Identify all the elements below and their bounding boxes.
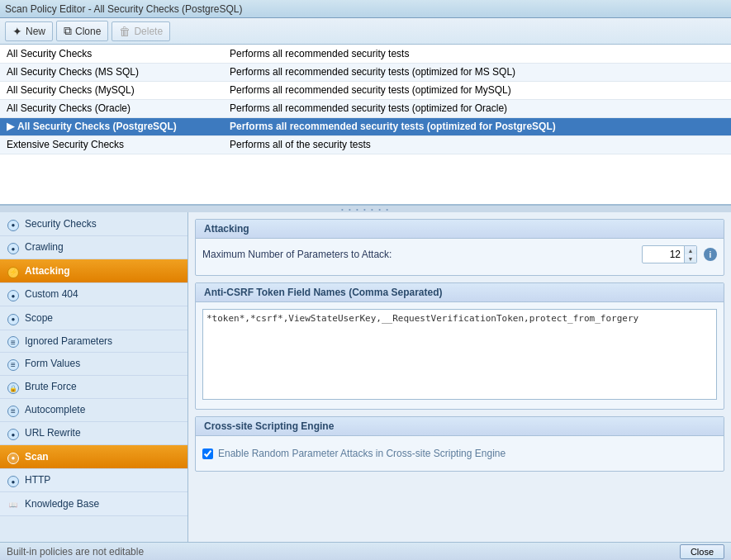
content-panel: Attacking Maximum Number of Parameters t… — [188, 212, 731, 542]
table-row[interactable]: All Security ChecksPerforms all recommen… — [0, 45, 731, 63]
sidebar-item-label-custom-404: Custom 404 — [25, 288, 78, 300]
sidebar-item-security-checks[interactable]: ●Security Checks — [0, 212, 187, 236]
policy-desc-cell: Performs all recommended security tests … — [223, 99, 731, 117]
max-params-row: Maximum Number of Parameters to Attack: … — [202, 245, 717, 263]
policy-name-cell: All Security Checks (Oracle) — [0, 99, 223, 117]
sidebar-item-url-rewrite[interactable]: ●URL Rewrite — [0, 422, 187, 446]
form-values-icon: ≡ — [7, 357, 20, 371]
sidebar-item-ignored-parameters[interactable]: ≡Ignored Parameters — [0, 330, 187, 354]
attacking-section-body: Maximum Number of Parameters to Attack: … — [196, 239, 724, 275]
max-params-label: Maximum Number of Parameters to Attack: — [202, 249, 392, 260]
sidebar-item-label-attacking: Attacking — [25, 265, 70, 277]
section-divider: • • • • • • • — [0, 206, 731, 212]
sidebar-item-scan[interactable]: ●Scan — [0, 445, 187, 469]
table-row[interactable]: Extensive Security ChecksPerforms all of… — [0, 135, 731, 154]
xss-section-header: Cross-site Scripting Engine — [196, 417, 724, 436]
policy-name-cell: All Security Checks (MS SQL) — [0, 63, 223, 81]
num-spinners: ▲ ▼ — [684, 246, 696, 263]
new-button[interactable]: ✦ New — [5, 21, 53, 41]
policy-name-cell: Extensive Security Checks — [0, 135, 223, 154]
info-icon[interactable]: i — [704, 248, 717, 261]
xss-checkbox-row: Enable Random Parameter Attacks in Cross… — [202, 443, 717, 464]
policy-name-cell: ▶All Security Checks (PostgreSQL) — [0, 117, 223, 135]
sidebar-item-scope[interactable]: ●Scope — [0, 306, 187, 330]
sidebar-item-label-brute-force: Brute Force — [25, 381, 77, 392]
table-row[interactable]: ▶All Security Checks (PostgreSQL)Perform… — [0, 117, 731, 135]
new-icon: ✦ — [12, 25, 22, 38]
attacking-icon: ⚡ — [7, 263, 20, 278]
main-area: ●Security Checks●Crawling⚡Attacking●Cust… — [0, 212, 731, 542]
sidebar-item-label-scan: Scan — [25, 451, 49, 463]
xss-title: Cross-site Scripting Engine — [204, 420, 334, 432]
sidebar-item-label-crawling: Crawling — [25, 241, 64, 253]
sidebar-item-http[interactable]: ●HTTP — [0, 469, 187, 493]
scan-icon: ● — [7, 449, 20, 464]
policy-table: All Security ChecksPerforms all recommen… — [0, 45, 731, 154]
delete-label: Delete — [134, 26, 163, 37]
csrf-section: Anti-CSRF Token Field Names (Comma Separ… — [195, 282, 724, 410]
table-row[interactable]: All Security Checks (Oracle)Performs all… — [0, 99, 731, 117]
csrf-title: Anti-CSRF Token Field Names (Comma Separ… — [204, 287, 443, 298]
crawling-icon: ● — [7, 240, 20, 255]
http-icon: ● — [7, 473, 20, 488]
sidebar-item-label-knowledge-base: Knowledge Base — [25, 498, 99, 510]
table-row[interactable]: All Security Checks (MS SQL)Performs all… — [0, 63, 731, 81]
sidebar-item-label-ignored-parameters: Ignored Parameters — [25, 335, 112, 347]
title-bar: Scan Policy Editor - All Security Checks… — [0, 0, 731, 18]
sidebar-item-knowledge-base[interactable]: 📖Knowledge Base — [0, 492, 187, 516]
sidebar-item-autocomplete[interactable]: ≡Autocomplete — [0, 399, 187, 422]
spin-up-button[interactable]: ▲ — [685, 246, 696, 254]
bottom-bar: Built-in policies are not editable Close — [0, 542, 731, 560]
attacking-section-header: Attacking — [196, 220, 724, 239]
security-checks-icon: ● — [7, 216, 20, 231]
sidebar-item-label-security-checks: Security Checks — [25, 218, 97, 230]
csrf-textarea[interactable] — [202, 309, 717, 400]
bottom-text: Built-in policies are not editable — [7, 546, 144, 558]
xss-section-body: Enable Random Parameter Attacks in Cross… — [196, 436, 724, 471]
sidebar-item-label-form-values: Form Values — [25, 358, 80, 369]
sidebar-item-form-values[interactable]: ≡Form Values — [0, 353, 187, 376]
max-params-value[interactable] — [643, 248, 684, 261]
policy-desc-cell: Performs all recommended security tests … — [223, 117, 731, 135]
scope-icon: ● — [7, 311, 20, 325]
clone-button[interactable]: ⧉ Clone — [56, 21, 108, 41]
policy-name-cell: All Security Checks — [0, 45, 223, 63]
sidebar-item-crawling[interactable]: ●Crawling — [0, 236, 187, 260]
policy-desc-cell: Performs all recommended security tests … — [223, 81, 731, 99]
policy-table-area: All Security ChecksPerforms all recommen… — [0, 45, 731, 206]
spin-down-button[interactable]: ▼ — [685, 254, 696, 263]
sidebar: ●Security Checks●Crawling⚡Attacking●Cust… — [0, 212, 188, 542]
brute-force-icon: 🔒 — [7, 380, 20, 395]
max-params-input: ▲ ▼ — [642, 245, 697, 263]
title-text: Scan Policy Editor - All Security Checks… — [5, 3, 242, 15]
delete-button[interactable]: 🗑 Delete — [112, 21, 170, 41]
csrf-section-header: Anti-CSRF Token Field Names (Comma Separ… — [196, 283, 724, 302]
sidebar-item-brute-force[interactable]: 🔒Brute Force — [0, 376, 187, 400]
sidebar-item-custom-404[interactable]: ●Custom 404 — [0, 283, 187, 307]
sidebar-item-attacking[interactable]: ⚡Attacking — [0, 259, 187, 283]
policy-desc-cell: Performs all of the security tests — [223, 135, 731, 154]
toolbar: ✦ New ⧉ Clone 🗑 Delete — [0, 18, 731, 45]
policy-desc-cell: Performs all recommended security tests — [223, 45, 731, 63]
clone-icon: ⧉ — [64, 24, 72, 38]
sidebar-item-label-autocomplete: Autocomplete — [25, 404, 85, 415]
sidebar-item-label-url-rewrite: URL Rewrite — [25, 427, 81, 439]
delete-icon: 🗑 — [119, 25, 131, 38]
attacking-title: Attacking — [204, 223, 249, 235]
ignored-parameters-icon: ≡ — [7, 335, 20, 349]
sidebar-item-label-scope: Scope — [25, 312, 53, 324]
policy-desc-cell: Performs all recommended security tests … — [223, 63, 731, 81]
new-label: New — [26, 26, 45, 37]
xss-checkbox[interactable] — [202, 448, 213, 459]
xss-section: Cross-site Scripting Engine Enable Rando… — [195, 416, 724, 472]
custom-404-icon: ● — [7, 287, 20, 302]
policy-name-cell: All Security Checks (MySQL) — [0, 81, 223, 99]
xss-checkbox-label: Enable Random Parameter Attacks in Cross… — [218, 448, 506, 459]
sidebar-item-label-http: HTTP — [25, 474, 50, 486]
attacking-section: Attacking Maximum Number of Parameters t… — [195, 219, 724, 276]
table-row[interactable]: All Security Checks (MySQL)Performs all … — [0, 81, 731, 99]
knowledge-base-icon: 📖 — [7, 496, 20, 511]
autocomplete-icon: ≡ — [7, 403, 20, 417]
url-rewrite-icon: ● — [7, 426, 20, 441]
close-button[interactable]: Close — [680, 544, 724, 559]
